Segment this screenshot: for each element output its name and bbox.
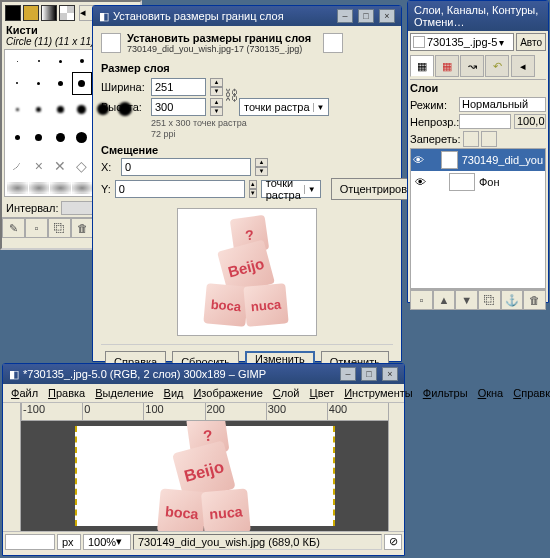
tab-channels[interactable]: ▦ xyxy=(435,55,459,77)
tab-paths[interactable]: ↝ xyxy=(460,55,484,77)
brush-item[interactable] xyxy=(29,124,50,152)
units-cell[interactable]: px xyxy=(57,534,81,550)
maximize-button[interactable]: □ xyxy=(361,367,377,381)
brush-item[interactable] xyxy=(72,52,93,71)
brush-item[interactable] xyxy=(7,96,28,123)
brush-item[interactable] xyxy=(72,124,93,152)
y-spinner[interactable]: ▲▼ xyxy=(249,180,257,198)
duplicate-layer-button[interactable]: ⿻ xyxy=(478,290,501,310)
delete-layer-button[interactable]: 🗑 xyxy=(523,290,546,310)
menu-окна[interactable]: Окна xyxy=(474,386,508,400)
duplicate-brush-button[interactable]: ⿻ xyxy=(48,218,71,238)
lock-alpha-icon[interactable] xyxy=(481,131,497,147)
tab-menu-icon[interactable]: ◂ xyxy=(511,55,535,77)
dialog-title: Установить размеры границ слоя xyxy=(127,32,311,44)
brush-item[interactable]: × xyxy=(29,152,50,181)
brush-item[interactable] xyxy=(7,124,28,152)
brush-item[interactable] xyxy=(7,52,28,71)
image-selector[interactable]: 730135_.jpg-5 ▾ xyxy=(410,33,514,51)
width-spinner[interactable]: ▲▼ xyxy=(210,78,223,96)
new-layer-button[interactable]: ▫ xyxy=(410,290,433,310)
dock-titlebar[interactable]: Слои, Каналы, Контуры, Отмени… xyxy=(408,1,548,31)
brush-item[interactable] xyxy=(50,182,71,195)
maximize-button[interactable]: □ xyxy=(358,9,374,23)
brush-item[interactable] xyxy=(50,52,71,71)
close-button[interactable]: × xyxy=(382,367,398,381)
anchor-layer-button[interactable]: ⚓ xyxy=(501,290,524,310)
visibility-icon[interactable]: 👁 xyxy=(413,154,424,166)
gimp-icon: ◧ xyxy=(99,10,109,23)
dialog-window-title: Установить размеры границ слоя xyxy=(113,10,284,22)
new-brush-button[interactable]: ▫ xyxy=(25,218,48,238)
chain-link-icon[interactable]: ⛓ xyxy=(223,76,239,114)
menu-правка[interactable]: Правка xyxy=(44,386,89,400)
brush-item[interactable] xyxy=(72,72,93,96)
x-spinner[interactable]: ▲▼ xyxy=(255,158,268,176)
brush-item[interactable] xyxy=(29,96,50,123)
brush-item[interactable] xyxy=(50,72,71,96)
mode-combo[interactable]: Нормальный xyxy=(459,97,546,112)
canvas[interactable]: ? Beijo boca nuca xyxy=(21,421,388,531)
offset-units-combo[interactable]: точки растра ▼ xyxy=(261,180,321,198)
width-input[interactable] xyxy=(151,78,206,96)
brush-item[interactable] xyxy=(7,72,28,96)
pattern-swatch[interactable] xyxy=(59,5,75,21)
brush-item[interactable]: ⟋ xyxy=(7,152,28,181)
cancel-icon[interactable]: ⊘ xyxy=(384,534,402,550)
brush-item[interactable] xyxy=(72,96,93,123)
edit-brush-button[interactable]: ✎ xyxy=(2,218,25,238)
height-spinner[interactable]: ▲▼ xyxy=(210,98,223,116)
pointer-position xyxy=(5,534,55,550)
brush-item[interactable]: ◇ xyxy=(72,152,93,181)
lower-layer-button[interactable]: ▼ xyxy=(455,290,478,310)
units-combo[interactable]: точки растра ▼ xyxy=(239,98,329,116)
layer-item-1[interactable]: 👁 Фон xyxy=(411,171,545,193)
close-button[interactable]: × xyxy=(379,9,395,23)
opacity-slider[interactable] xyxy=(459,114,511,129)
raise-layer-button[interactable]: ▲ xyxy=(433,290,456,310)
bg-color-swatch[interactable] xyxy=(23,5,39,21)
x-input[interactable] xyxy=(121,158,251,176)
brush-item[interactable] xyxy=(29,52,50,71)
tab-layers[interactable]: ▦ xyxy=(410,55,434,77)
menu-фильтры[interactable]: Фильтры xyxy=(419,386,472,400)
lock-pixels-icon[interactable] xyxy=(463,131,479,147)
layer-boundary-dialog: ◧ Установить размеры границ слоя – □ × У… xyxy=(92,5,402,362)
dialog-titlebar[interactable]: ◧ Установить размеры границ слоя – □ × xyxy=(93,6,401,26)
menu-файл[interactable]: Файл xyxy=(7,386,42,400)
brush-item[interactable] xyxy=(50,124,71,152)
height-input[interactable] xyxy=(151,98,206,116)
gradient-swatch[interactable] xyxy=(41,5,57,21)
minimize-button[interactable]: – xyxy=(337,9,353,23)
delete-brush-button[interactable]: 🗑 xyxy=(71,218,94,238)
brush-item[interactable] xyxy=(50,96,71,123)
units-value: точки растра xyxy=(244,101,310,113)
layer-item-0[interactable]: 👁 730149_did_you xyxy=(411,149,545,171)
menu-инструменты[interactable]: Инструменты xyxy=(340,386,417,400)
vertical-scrollbar[interactable] xyxy=(388,403,404,531)
tab-undo[interactable]: ↶ xyxy=(485,55,509,77)
visibility-icon[interactable]: 👁 xyxy=(413,176,427,188)
fg-color-swatch[interactable] xyxy=(5,5,21,21)
brush-item[interactable]: ✕ xyxy=(50,152,71,181)
menu-вид[interactable]: Вид xyxy=(160,386,188,400)
minimize-button[interactable]: – xyxy=(340,367,356,381)
brush-item[interactable] xyxy=(29,182,50,195)
brush-item[interactable] xyxy=(29,72,50,96)
lock-label: Запереть: xyxy=(410,133,461,145)
menu-выделение[interactable]: Выделение xyxy=(91,386,157,400)
image-thumb-icon xyxy=(413,36,425,48)
zoom-combo[interactable]: 100% ▾ xyxy=(83,534,131,550)
opacity-value[interactable]: 100,0 xyxy=(514,114,546,129)
menu-справка[interactable]: Справка xyxy=(509,386,550,400)
menu-слой[interactable]: Слой xyxy=(269,386,304,400)
y-input[interactable] xyxy=(115,180,245,198)
menu-цвет[interactable]: Цвет xyxy=(306,386,339,400)
horizontal-ruler: -1000100200300400 xyxy=(21,403,388,421)
menu-изображение[interactable]: Изображение xyxy=(189,386,266,400)
auto-button[interactable]: Авто xyxy=(516,33,546,51)
brush-item[interactable] xyxy=(7,182,28,195)
brush-item[interactable] xyxy=(72,182,93,195)
layer-name: 730149_did_you xyxy=(462,154,543,166)
image-titlebar[interactable]: ◧ *730135_.jpg-5.0 (RGB, 2 слоя) 300x189… xyxy=(3,364,404,384)
